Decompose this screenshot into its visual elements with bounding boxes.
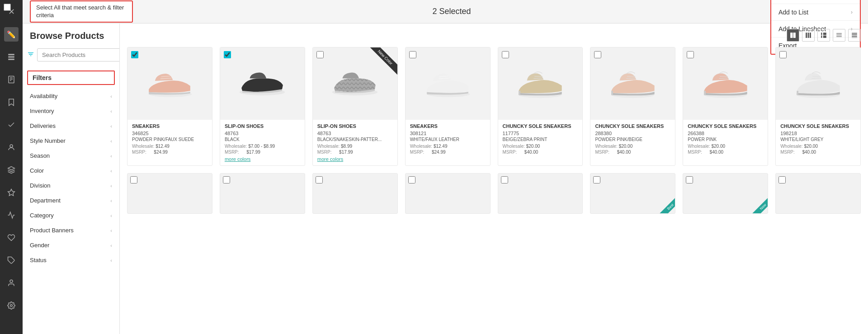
bottom-product-card[interactable] (405, 173, 491, 214)
product-card[interactable]: SLIP-ON SHOES 48763 BLACK Wholesale: $7.… (220, 47, 305, 166)
svg-rect-1 (8, 56, 14, 58)
bottom-product-card[interactable] (220, 173, 305, 214)
search-input[interactable] (37, 48, 120, 61)
product-category: SNEAKERS (410, 123, 486, 129)
product-wholesale: Wholesale: $12.49 (410, 144, 486, 149)
filter-status[interactable]: Status ‹ (23, 253, 119, 268)
nav-edit-icon[interactable]: ✏️ (4, 27, 19, 42)
filter-gender[interactable]: Gender ‹ (23, 238, 119, 253)
nav-user-icon[interactable] (4, 140, 19, 155)
filter-color[interactable]: Color ‹ (23, 163, 119, 178)
product-checkbox-4[interactable] (502, 51, 509, 58)
product-wholesale: Wholesale: $20.00 (780, 144, 856, 149)
product-card[interactable]: SNEAKERS 308121 WHITE/FAUX LEATHER Whole… (405, 47, 491, 166)
bottom-product-card[interactable]: New (683, 173, 768, 214)
product-msrp: MSRP: $40.00 (688, 150, 763, 155)
nav-bookmark-icon[interactable] (4, 95, 19, 109)
view-4col-btn[interactable] (817, 29, 830, 42)
product-image (776, 47, 860, 120)
products-grid: SNEAKERS 346825 POWDER PINK/FAUX SUEDE W… (127, 47, 861, 166)
filter-season[interactable]: Season ‹ (23, 148, 119, 163)
bottom-product-card[interactable] (312, 173, 398, 214)
sidebar: Browse Products Bulk Search Filters Avai… (23, 24, 120, 334)
nav-tag-icon[interactable] (4, 253, 19, 268)
nav-check-icon[interactable] (4, 118, 19, 132)
view-detail-btn[interactable] (848, 29, 861, 42)
deliveries-chevron: ‹ (110, 123, 112, 129)
filter-department[interactable]: Department ‹ (23, 193, 119, 208)
bottom-product-card[interactable]: Best (590, 173, 675, 214)
bottom-product-card[interactable] (127, 173, 212, 214)
view-list-btn[interactable] (833, 29, 845, 42)
product-msrp: MSRP: $24.99 (410, 150, 486, 155)
more-colors-link[interactable]: more colors (317, 156, 393, 162)
svg-rect-27 (852, 38, 857, 38)
product-card[interactable]: CHUNCKY SOLE SNEAKERS 288380 POWDER PINK… (590, 47, 675, 166)
product-color: POWDER PINK/FAUX SUEDE (132, 137, 208, 142)
product-card[interactable]: CHUNCKY SOLE SNEAKERS 117775 BEIGE/ZEBRA… (498, 47, 583, 166)
filter-style-number[interactable]: Style Number ‹ (23, 133, 119, 148)
bottom-checkbox-1[interactable] (223, 176, 230, 183)
svg-point-11 (10, 305, 13, 307)
filter-funnel-icon[interactable] (27, 51, 34, 60)
svg-rect-16 (810, 33, 811, 38)
nav-settings-icon[interactable] (4, 298, 19, 313)
product-card[interactable]: SNEAKERS 346825 POWDER PINK/FAUX SUEDE W… (127, 47, 212, 166)
filter-inventory[interactable]: Inventory ‹ (23, 103, 119, 118)
filter-availability[interactable]: Availability ‹ (23, 89, 119, 103)
product-msrp: MSRP: $40.00 (595, 150, 670, 155)
product-info: CHUNCKY SOLE SNEAKERS 198218 WHITE/LIGHT… (776, 120, 860, 159)
nav-layers-icon[interactable] (4, 50, 19, 64)
nav-star-icon[interactable] (4, 185, 19, 200)
product-card[interactable]: CHUNCKY SOLE SNEAKERS 266388 POWER PINK … (683, 47, 768, 166)
product-card[interactable]: CHUNCKY SOLE SNEAKERS 198218 WHITE/LIGHT… (775, 47, 861, 166)
bottom-checkbox-6[interactable] (686, 176, 693, 183)
filter-category[interactable]: Category ‹ (23, 208, 119, 223)
view-3col-btn[interactable] (802, 29, 815, 42)
select-all-label: Select All that meet search & filter cri… (36, 4, 127, 19)
product-category: SNEAKERS (132, 123, 208, 129)
product-sku: 288380 (595, 131, 670, 136)
product-checkbox-1[interactable] (224, 51, 231, 58)
product-wholesale: Wholesale: $20.00 (688, 144, 763, 149)
product-info: SLIP-ON SHOES 48763 BLACK Wholesale: $7.… (220, 120, 305, 165)
product-wholesale: Wholesale: $12.49 (132, 144, 208, 149)
action-add-to-list[interactable]: Add to List › (771, 4, 860, 21)
product-checkbox-2[interactable] (316, 51, 324, 58)
nav-handshake-icon[interactable] (4, 231, 19, 245)
bottom-checkbox-2[interactable] (316, 176, 323, 183)
filter-product-banners[interactable]: Product Banners ‹ (23, 223, 119, 238)
svg-marker-8 (8, 189, 15, 196)
bottom-checkbox-5[interactable] (593, 176, 600, 183)
filter-deliveries[interactable]: Deliveries ‹ (23, 118, 119, 133)
more-colors-link[interactable]: more colors (225, 156, 300, 162)
season-chevron: ‹ (110, 153, 112, 159)
nav-person-icon[interactable] (4, 276, 19, 290)
bottom-checkbox-4[interactable] (501, 176, 508, 183)
product-info: CHUNCKY SOLE SNEAKERS 288380 POWDER PINK… (590, 120, 675, 159)
product-checkbox-7[interactable] (779, 51, 787, 58)
product-category: CHUNCKY SOLE SNEAKERS (503, 123, 578, 129)
bottom-product-card[interactable] (498, 173, 583, 214)
division-chevron: ‹ (110, 183, 112, 188)
bottom-checkbox-7[interactable] (778, 176, 786, 183)
availability-chevron: ‹ (110, 94, 112, 99)
bottom-checkbox-0[interactable] (130, 176, 137, 183)
product-checkbox-5[interactable] (594, 51, 601, 58)
product-color: POWDER PINK/BEIGE (595, 137, 670, 142)
action-add-to-order[interactable]: Add to Order (771, 0, 860, 4)
view-2col-btn[interactable] (787, 29, 799, 42)
product-checkbox-0[interactable] (131, 51, 138, 58)
products-toolbar (127, 29, 861, 42)
product-checkbox-3[interactable] (409, 51, 416, 58)
nav-doc-icon[interactable] (4, 72, 19, 87)
product-checkbox-6[interactable] (687, 51, 694, 58)
bottom-product-card[interactable] (775, 173, 861, 214)
nav-chart-icon[interactable] (4, 208, 19, 222)
bottom-checkbox-3[interactable] (408, 176, 415, 183)
product-card[interactable]: New Color SLIP-ON SHOES 48763 BLACK/SNAK… (312, 47, 398, 166)
nav-box-icon[interactable] (4, 163, 19, 177)
filter-division[interactable]: Division ‹ (23, 178, 119, 193)
product-banners-chevron: ‹ (110, 228, 112, 233)
product-sku: 266388 (688, 131, 763, 136)
